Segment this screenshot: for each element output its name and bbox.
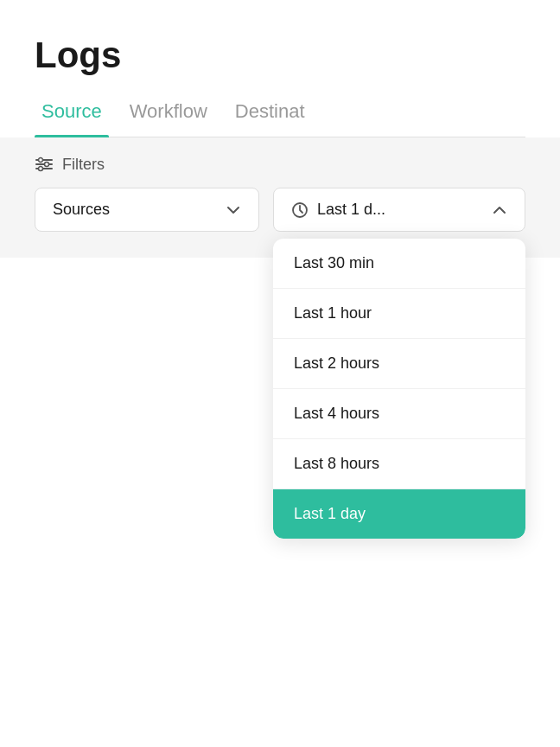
tab-source[interactable]: Source (35, 90, 123, 137)
tab-workflow[interactable]: Workflow (123, 90, 228, 137)
page-title: Logs (35, 35, 525, 76)
svg-point-3 (39, 158, 43, 163)
time-dropdown-menu: Last 30 min Last 1 hour Last 2 hours Las… (273, 239, 525, 539)
time-option-2hours[interactable]: Last 2 hours (273, 339, 525, 389)
time-option-4hours[interactable]: Last 4 hours (273, 389, 525, 439)
filter-controls: Sources Last 1 d... (35, 188, 525, 232)
sources-dropdown[interactable]: Sources (35, 188, 259, 232)
page: Logs Source Workflow Destinat Filters (0, 0, 560, 747)
time-option-1day[interactable]: Last 1 day (273, 489, 525, 539)
time-option-8hours[interactable]: Last 8 hours (273, 439, 525, 489)
svg-point-4 (45, 163, 49, 167)
time-option-30min[interactable]: Last 30 min (273, 239, 525, 289)
chevron-down-icon (226, 202, 241, 218)
time-dropdown[interactable]: Last 1 d... (273, 188, 525, 232)
tabs-container: Source Workflow Destinat (35, 90, 525, 137)
filters-section: Filters Sources Last 1 d... (0, 137, 560, 258)
time-option-1hour[interactable]: Last 1 hour (273, 289, 525, 339)
svg-point-5 (39, 167, 43, 171)
time-dropdown-wrapper: Last 1 d... Last 30 min Last 1 hour Last… (273, 188, 525, 232)
filters-label: Filters (62, 156, 105, 174)
chevron-up-icon (492, 202, 507, 218)
clock-icon (291, 201, 309, 219)
time-dropdown-value: Last 1 d... (317, 201, 385, 219)
tab-destination[interactable]: Destinat (228, 90, 326, 137)
sources-dropdown-value: Sources (53, 201, 110, 219)
filters-icon (35, 155, 54, 174)
filters-header: Filters (35, 155, 525, 174)
